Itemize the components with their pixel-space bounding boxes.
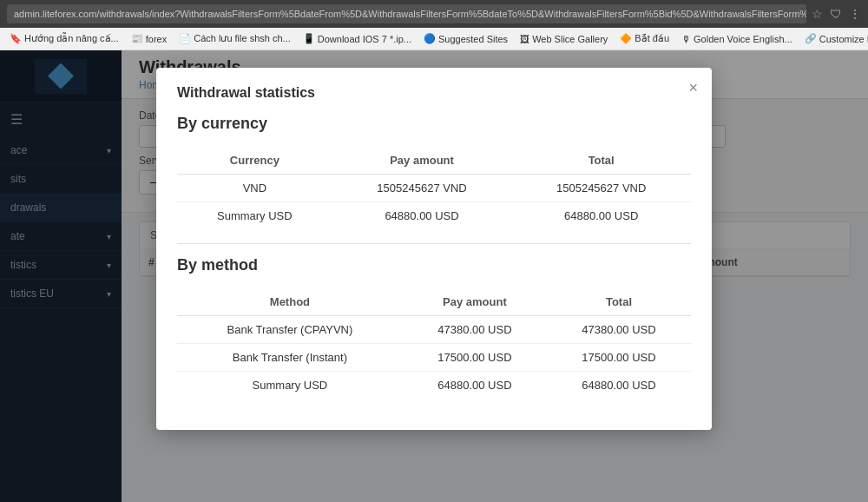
method-summary: Summary USD (177, 372, 403, 400)
url-bar[interactable]: admin.liteforex.com/withdrawals/index?Wi… (7, 4, 806, 23)
by-currency-title: By currency (177, 115, 691, 138)
by-method-title: By method (177, 256, 691, 280)
bookmark-3[interactable]: 📄 Cách lưu file shsh ch... (174, 31, 295, 46)
currency-vnd-pay: 1505245627 VND (332, 175, 512, 202)
table-row: Summary USD 64880.00 USD 64880.00 USD (177, 202, 691, 230)
method-col-pay-amount: Pay amount (403, 288, 547, 316)
url-text: admin.liteforex.com/withdrawals/index?Wi… (14, 9, 806, 19)
bookmark-5[interactable]: 🔵 Suggested Sites (419, 31, 512, 46)
modal: Withdrawal statistics × By currency Curr… (156, 68, 712, 430)
method-cpayvn-pay: 47380.00 USD (403, 316, 547, 344)
modal-close-button[interactable]: × (688, 80, 698, 96)
divider (177, 243, 691, 244)
method-instant-total: 17500.00 USD (547, 344, 691, 372)
menu-icon[interactable]: ⋮ (849, 7, 861, 21)
app-container: ☰ ace ▾ sits drawals ate ▾ tistics ▾ tis… (0, 50, 868, 502)
table-row: VND 1505245627 VND 1505245627 VND (177, 175, 691, 202)
currency-vnd-total: 1505245627 VND (511, 175, 691, 202)
currency-col-pay-amount: Pay amount (332, 147, 512, 175)
method-cpayvn-total: 47380.00 USD (547, 316, 691, 344)
method-table: Method Pay amount Total Bank Transfer (C… (177, 288, 691, 399)
bookmark-6[interactable]: 🖼 Web Slice Gallery (516, 32, 612, 46)
bookmark-7[interactable]: 🔶 Bắt đầu (615, 31, 674, 46)
browser-icons: ☆ 🛡 ⋮ (812, 7, 861, 21)
table-row: Bank Transfer (Instant) 17500.00 USD 175… (177, 344, 691, 372)
method-header-row: Method Pay amount Total (177, 288, 691, 316)
modal-overlay[interactable]: Withdrawal statistics × By currency Curr… (0, 50, 868, 502)
table-row: Bank Transfer (CPAYVN) 47380.00 USD 4738… (177, 316, 691, 344)
method-col-total: Total (547, 288, 691, 316)
method-summary-total: 64880.00 USD (547, 372, 691, 400)
currency-summary-total: 64880.00 USD (511, 202, 691, 230)
currency-table-body: VND 1505245627 VND 1505245627 VND Summar… (177, 175, 691, 230)
currency-col-total: Total (511, 147, 691, 175)
currency-header-row: Currency Pay amount Total (177, 147, 691, 175)
shield-icon[interactable]: 🛡 (830, 7, 842, 21)
currency-table: Currency Pay amount Total VND 1505245627… (177, 147, 691, 229)
browser-chrome: admin.liteforex.com/withdrawals/index?Wi… (0, 0, 868, 28)
method-col-method: Method (177, 288, 403, 316)
currency-summary-pay: 64880.00 USD (332, 202, 512, 230)
currency-col-currency: Currency (177, 147, 332, 175)
method-table-body: Bank Transfer (CPAYVN) 47380.00 USD 4738… (177, 316, 691, 400)
bookmark-4[interactable]: 📱 Download IOS 7 *.ip... (299, 31, 416, 46)
bookmark-1[interactable]: 🔖 Hướng dẫn nâng cấ... (5, 31, 123, 46)
method-instant-pay: 17500.00 USD (403, 344, 547, 372)
method-instant: Bank Transfer (Instant) (177, 344, 403, 372)
currency-vnd: VND (177, 175, 332, 202)
bookmark-2[interactable]: 📰 forex (127, 31, 171, 46)
method-cpayvn: Bank Transfer (CPAYVN) (177, 316, 403, 344)
table-row: Summary USD 64880.00 USD 64880.00 USD (177, 372, 691, 400)
star-icon[interactable]: ☆ (812, 7, 823, 21)
currency-summary: Summary USD (177, 202, 332, 230)
bookmarks-bar: 🔖 Hướng dẫn nâng cấ... 📰 forex 📄 Cách lư… (0, 28, 868, 50)
modal-title: Withdrawal statistics (177, 85, 691, 101)
bookmark-9[interactable]: 🔗 Customize Links (800, 31, 868, 46)
bookmark-8[interactable]: 🎙 Golden Voice English... (677, 32, 797, 46)
method-summary-pay: 64880.00 USD (403, 372, 547, 400)
